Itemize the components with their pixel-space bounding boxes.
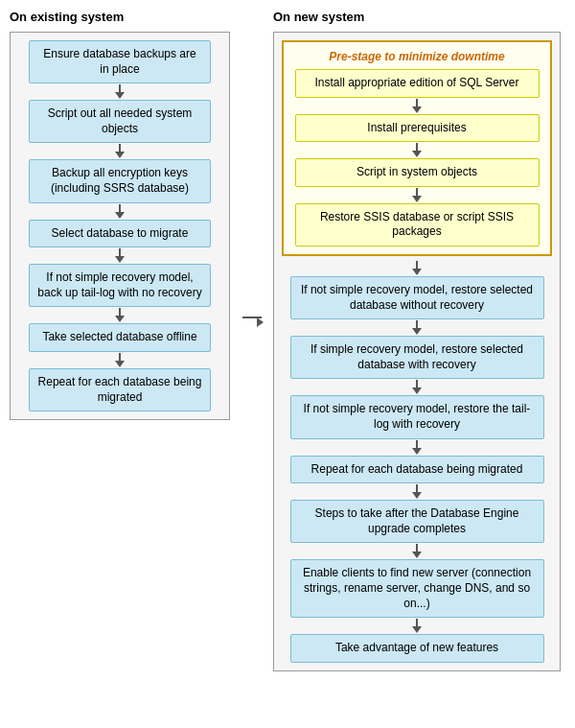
arrow-p3 <box>412 188 422 202</box>
right-step-7: Take advantage of new features <box>290 634 544 663</box>
right-column: On new system Pre-stage to minimize down… <box>273 10 561 671</box>
right-step-4: Repeat for each database being migrated <box>290 456 544 484</box>
arrow-r1 <box>412 320 422 335</box>
left-step-5: If not simple recovery model, back up ta… <box>29 264 211 307</box>
arrow-r4 <box>412 484 422 499</box>
arrow-r5 <box>412 544 422 558</box>
prestage-box: Pre-stage to minimize downtime Install a… <box>282 40 552 256</box>
horizontal-connector <box>240 317 264 327</box>
right-column-title: On new system <box>273 10 364 24</box>
right-outer-box: Pre-stage to minimize downtime Install a… <box>273 32 561 671</box>
left-column-title: On existing system <box>10 10 124 24</box>
left-outer-box: Ensure database backups are in place Scr… <box>10 32 230 420</box>
diagram: On existing system Ensure database backu… <box>10 10 565 671</box>
right-step-3: If not simple recovery model, restore th… <box>290 395 544 438</box>
arrow-3 <box>115 204 125 219</box>
arrow-2 <box>115 144 125 158</box>
left-step-7: Repeat for each database being migrated <box>29 368 211 411</box>
right-step-1: If not simple recovery model, restore se… <box>290 276 544 319</box>
arrow-1 <box>115 84 125 99</box>
arrow-r2 <box>412 380 422 394</box>
right-pre-step-2: Install prerequisites <box>295 114 540 143</box>
arrow-p1 <box>412 99 422 113</box>
arrow-r3 <box>412 440 422 455</box>
prestage-title: Pre-stage to minimize downtime <box>329 50 504 63</box>
left-step-4: Select database to migrate <box>29 220 211 248</box>
arrow-5 <box>115 308 125 322</box>
left-step-3: Backup all encryption keys (including SS… <box>29 159 211 202</box>
arrow-r6 <box>412 619 422 633</box>
right-pre-step-3: Script in system objects <box>295 158 540 187</box>
right-pre-step-1: Install appropriate edition of SQL Serve… <box>295 69 540 98</box>
left-column: On existing system Ensure database backu… <box>10 10 230 420</box>
right-step-6: Enable clients to find new server (conne… <box>290 559 544 618</box>
left-step-1: Ensure database backups are in place <box>29 40 211 83</box>
arrow-p2 <box>412 143 422 157</box>
arrow-4 <box>115 248 125 263</box>
right-step-5: Steps to take after the Database Engine … <box>290 500 544 543</box>
left-step-2: Script out all needed system objects <box>29 100 211 143</box>
right-pre-step-4: Restore SSIS database or script SSIS pac… <box>295 203 540 247</box>
left-step-6: Take selected database offline <box>29 323 211 352</box>
arrow-r0 <box>412 261 422 275</box>
right-step-2: If simple recovery model, restore select… <box>290 336 544 379</box>
arrow-6 <box>115 353 125 367</box>
